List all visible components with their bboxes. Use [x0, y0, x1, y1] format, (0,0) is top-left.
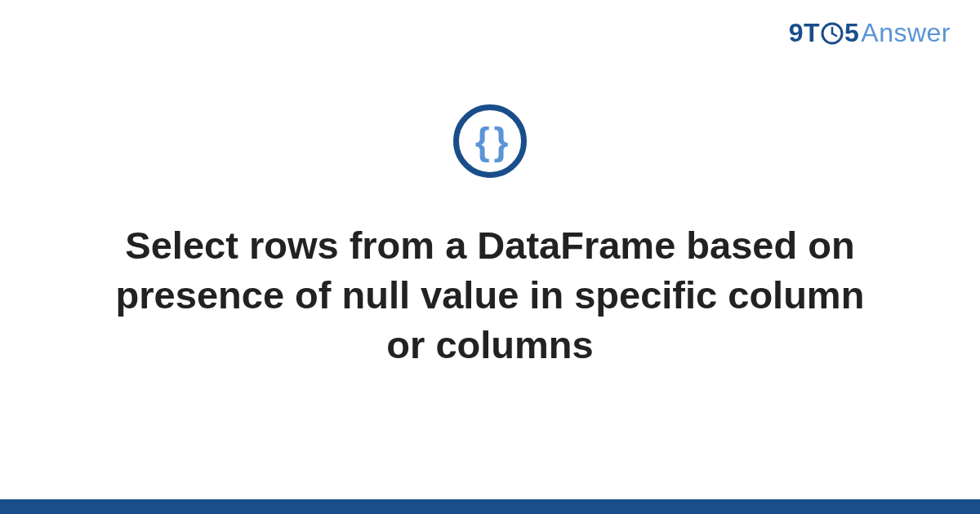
- question-title: Select rows from a DataFrame based on pr…: [98, 220, 882, 370]
- footer-bar: [0, 499, 980, 514]
- logo-text-5: 5: [844, 18, 859, 48]
- logo-text-9t: 9T: [789, 18, 820, 48]
- svg-line-2: [832, 33, 836, 36]
- code-braces-icon: { }: [453, 104, 527, 178]
- clock-icon: [821, 22, 844, 45]
- site-logo[interactable]: 9T 5 Answer: [789, 18, 951, 48]
- braces-glyph: { }: [475, 119, 506, 163]
- logo-text-answer: Answer: [861, 18, 951, 48]
- main-content: { } Select rows from a DataFrame based o…: [0, 104, 980, 370]
